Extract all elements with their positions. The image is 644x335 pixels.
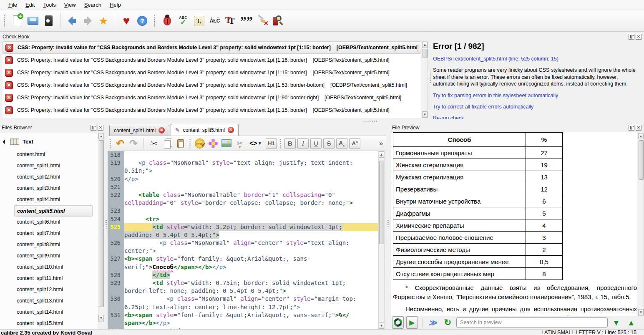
menu-tools[interactable]: Tools	[39, 0, 60, 10]
float-panel-button[interactable]	[91, 125, 96, 131]
menu-help[interactable]: Help	[106, 0, 125, 10]
copy-button[interactable]	[161, 137, 174, 150]
scrollbar-thumb[interactable]	[423, 49, 428, 58]
file-item-content_split5-html[interactable]: content_split5.html	[14, 205, 93, 217]
redo-button[interactable]: ↷	[127, 137, 140, 150]
file-item-content_split10-html[interactable]: content_split10.html	[0, 262, 98, 273]
heading-button[interactable]: H1	[266, 138, 277, 149]
file-item-content_split14-html[interactable]: content_split14.html	[0, 307, 98, 318]
tab-close-icon[interactable]: ✕	[158, 127, 165, 133]
menu-view[interactable]: View	[60, 0, 80, 10]
cut-button[interactable]: ✂	[147, 137, 161, 150]
insert-image-button[interactable]	[220, 137, 233, 150]
menu-search[interactable]: Search	[80, 0, 106, 10]
tab-close-icon[interactable]: ✕	[228, 127, 234, 133]
toolbar-drag-handle[interactable]	[279, 139, 282, 149]
find-next-button[interactable]: ▼	[610, 316, 623, 329]
scroll-down-button[interactable]: ▼	[98, 315, 104, 321]
find-previous-button[interactable]: ▲	[625, 316, 637, 329]
refresh-preview-button[interactable]: ▶	[406, 316, 418, 329]
file-item-content_split13-html[interactable]: content_split13.html	[0, 295, 98, 307]
file-item-content_split1-html[interactable]: content_split1.html	[0, 160, 98, 171]
file-item-content-html[interactable]: content.html	[0, 149, 98, 160]
files-editor-splitter[interactable]	[104, 123, 108, 329]
menu-file[interactable]: File	[4, 0, 21, 10]
check-external-links-button[interactable]	[270, 13, 286, 29]
italic-button[interactable]: I	[297, 138, 309, 149]
remove-unused-css-button[interactable]: ✕	[254, 13, 270, 29]
error-location-link[interactable]: OEBPS/Text/content_split5.html (line: 52…	[433, 56, 641, 62]
toggle-book-button[interactable]	[41, 13, 57, 29]
strikethrough-button[interactable]: S	[323, 138, 335, 149]
help-button[interactable]: ?	[134, 13, 150, 29]
file-item-content_split4-html[interactable]: content_split4.html	[0, 194, 98, 205]
file-item-content_split15-html[interactable]: content_split15.html	[0, 318, 98, 329]
redo-history-forward-button[interactable]	[80, 13, 96, 29]
scroll-up-button[interactable]: ▲	[638, 133, 644, 139]
scroll-up-button[interactable]: ▲	[422, 42, 428, 48]
file-item-content_split7-html[interactable]: content_split7.html	[0, 228, 98, 239]
error-list-item[interactable]: ✕CSS: Property: Invalid value for "CSS B…	[3, 79, 421, 91]
insert-tag-button[interactable]: <>▼	[247, 137, 265, 150]
toolbar-drag-handle[interactable]	[3, 15, 6, 27]
error-list-item[interactable]: ✕CSS: Property: Invalid value for "CSS B…	[3, 66, 421, 79]
file-item-content_split11-html[interactable]: content_split11.html	[0, 273, 98, 284]
float-panel-button[interactable]	[629, 125, 634, 131]
donate-button[interactable]: ♥	[118, 13, 134, 29]
scroll-up-button[interactable]: ▲	[379, 151, 384, 158]
sync-position-button[interactable]: ≫	[427, 316, 439, 329]
scroll-down-button[interactable]: ▼	[379, 322, 384, 329]
bold-button[interactable]: B	[284, 138, 296, 149]
transliterate-button[interactable]: ÅŁČ	[207, 13, 223, 29]
code-editor[interactable]: 518519 <p class="MsoNormal" style="text-…	[108, 151, 378, 329]
tab-content-split1[interactable]: content_split1.html ✕	[109, 125, 169, 136]
check-book-button[interactable]	[159, 13, 175, 29]
error-list-item[interactable]: ✕CSS: Property: Invalid value for "CSS B…	[3, 91, 421, 104]
horizontal-splitter[interactable]	[0, 119, 644, 123]
spellcheck-button[interactable]: ABC✓	[175, 13, 191, 29]
file-item-content_split6-html[interactable]: content_split6.html	[0, 217, 98, 228]
error-action-link[interactable]: Try to fix parsing errors in this styles…	[433, 93, 641, 98]
error-list-item[interactable]: ✕CSS: Property: Invalid value for "CSS B…	[3, 41, 421, 54]
error-action-link[interactable]: Try to correct all fixable errors automa…	[433, 104, 641, 110]
scroll-down-button[interactable]: ▼	[422, 111, 428, 118]
subscript-button[interactable]: As	[336, 138, 347, 149]
bookmark-button[interactable]: ★	[96, 13, 111, 29]
close-panel-button[interactable]: ✕	[636, 125, 641, 131]
preview-scrollbar[interactable]: ▲ ▼	[638, 133, 644, 316]
fix-html-button[interactable]: HTML	[193, 137, 206, 150]
file-item-content_split9-html[interactable]: content_split9.html	[0, 250, 98, 262]
toolbar-overflow-button[interactable]: »	[379, 140, 383, 147]
underline-button[interactable]: U	[310, 138, 322, 149]
scrollbar-thumb[interactable]	[99, 140, 104, 307]
beautify-button[interactable]	[206, 137, 220, 150]
error-list-item[interactable]: ✕CSS: Property: Invalid value for "CSS B…	[3, 104, 421, 116]
superscript-button[interactable]: As	[349, 138, 360, 149]
close-panel-button[interactable]: ✕	[636, 34, 641, 40]
save-button[interactable]	[25, 13, 41, 29]
file-item-content_split8-html[interactable]: content_split8.html	[0, 239, 98, 250]
toolbar-drag-handle[interactable]	[109, 139, 112, 149]
undo-button[interactable]: ↶	[113, 137, 127, 150]
error-list-item[interactable]: ✕CSS: Property: Invalid value for "CSS B…	[3, 54, 421, 66]
manage-fonts-button[interactable]: TT	[223, 13, 239, 29]
menu-edit[interactable]: Edit	[21, 0, 39, 10]
float-panel-button[interactable]	[629, 34, 634, 40]
scrollbar-thumb[interactable]	[639, 140, 644, 180]
toolbar-drag-handle[interactable]	[189, 139, 191, 149]
smarten-punctuation-button[interactable]: ””	[239, 13, 254, 29]
reload-button[interactable]: ↻	[441, 316, 454, 329]
error-list-scrollbar[interactable]: ▲ ▼	[422, 41, 428, 118]
files-scrollbar[interactable]: ▲ ▼	[98, 133, 104, 322]
new-file-button[interactable]: +	[9, 13, 25, 29]
editor-preview-splitter[interactable]	[386, 123, 390, 329]
file-item-content_split3-html[interactable]: content_split3.html	[0, 183, 98, 194]
split-file-button[interactable]: ✂	[233, 137, 247, 150]
preview-search-input[interactable]	[456, 317, 608, 327]
paste-button[interactable]	[174, 137, 187, 150]
editor-scrollbar[interactable]: ▲ ▼	[378, 151, 385, 329]
file-item-content_split12-html[interactable]: content_split12.html	[0, 284, 98, 295]
check-book-splitter[interactable]	[429, 42, 432, 118]
scroll-up-button[interactable]: ▲	[98, 133, 104, 139]
scroll-down-button[interactable]: ▼	[638, 309, 644, 315]
